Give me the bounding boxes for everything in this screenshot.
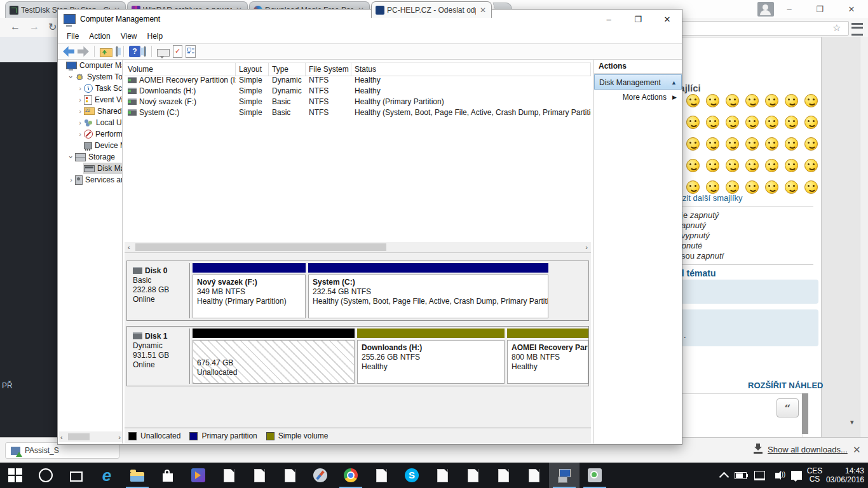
- smiley-icon[interactable]: [706, 94, 719, 107]
- tab-close-icon[interactable]: ✕: [478, 6, 487, 15]
- smiley-icon[interactable]: [785, 159, 798, 172]
- show-all-downloads-link[interactable]: Show all downloads...: [768, 445, 848, 454]
- sidebar-item-shared-folders[interactable]: ›Shared Folders: [59, 105, 122, 117]
- tray-battery-icon[interactable]: [732, 463, 749, 488]
- smiley-icon[interactable]: [745, 180, 759, 194]
- help-icon[interactable]: ?: [129, 46, 140, 57]
- chevron-down-icon[interactable]: ›: [67, 74, 75, 80]
- smiley-icon[interactable]: [726, 116, 739, 129]
- minimize-button[interactable]: –: [594, 10, 623, 29]
- show-console-tree-button[interactable]: [116, 46, 118, 57]
- smiley-icon[interactable]: [706, 180, 719, 194]
- table-row[interactable]: Downloands (H:)SimpleDynamicNTFSHealthy: [125, 86, 591, 97]
- partition-downloands-h-[interactable]: Downloands (H:)255.26 GB NTFSHealthy: [357, 329, 505, 384]
- browser-menu-icon[interactable]: [851, 23, 863, 36]
- smiley-icon[interactable]: [726, 180, 739, 194]
- smiley-icon[interactable]: [804, 137, 818, 151]
- taskbar-item-computer-management[interactable]: [549, 463, 580, 488]
- smiley-icon[interactable]: [686, 116, 700, 129]
- chevron-right-icon[interactable]: ›: [77, 130, 83, 138]
- smiley-icon[interactable]: [706, 137, 719, 151]
- sidebar-item-performance[interactable]: ›Performance: [59, 128, 122, 140]
- smiley-icon[interactable]: [804, 116, 818, 129]
- taskbar-item-testdisk[interactable]: [580, 463, 610, 488]
- taskbar-item-document[interactable]: [244, 463, 275, 488]
- smiley-icon[interactable]: [785, 116, 798, 129]
- taskbar-item-media-player[interactable]: [183, 463, 214, 488]
- browser-close-button[interactable]: ✕: [836, 0, 867, 18]
- tree-horizontal-scrollbar[interactable]: ‹ ›: [59, 431, 122, 442]
- partition-unallocated[interactable]: 675.47 GBUnallocated: [193, 329, 355, 384]
- scroll-left-icon[interactable]: ‹: [60, 433, 63, 441]
- back-icon[interactable]: [63, 46, 74, 57]
- partition-nov-svazek-f-[interactable]: Nový svazek (F:)349 MB NTFSHealthy (Prim…: [193, 263, 306, 318]
- scroll-left-icon[interactable]: ‹: [125, 243, 133, 251]
- smiley-icon[interactable]: [804, 94, 818, 107]
- menu-item-file[interactable]: File: [62, 30, 84, 43]
- refresh-icon[interactable]: ↻: [48, 21, 57, 33]
- sidebar-item-services-and-app[interactable]: ›Services and App: [59, 174, 122, 186]
- taskbar-item-store[interactable]: [153, 463, 183, 488]
- disk-label[interactable]: Disk 0Basic232.88 GBOnline: [128, 263, 190, 318]
- title-bar[interactable]: Computer Management: [58, 10, 682, 29]
- column-header-volume[interactable]: Volume: [125, 63, 236, 76]
- partition-system-c-[interactable]: System (C:)232.54 GB NTFSHealthy (System…: [308, 263, 548, 318]
- taskbar-item-cortana[interactable]: [31, 463, 61, 488]
- sidebar-item-computer-management[interactable]: Computer Management: [59, 60, 122, 71]
- menu-item-view[interactable]: View: [116, 30, 142, 43]
- forward-icon[interactable]: [78, 46, 89, 57]
- sidebar-item-task-scheduler[interactable]: ›Task Scheduler: [59, 83, 122, 94]
- smiley-icon[interactable]: [706, 116, 719, 129]
- chevron-right-icon[interactable]: ›: [77, 119, 83, 126]
- smiley-icon[interactable]: [745, 116, 759, 129]
- back-icon[interactable]: ←: [10, 21, 20, 32]
- sidebar-item-storage[interactable]: ›Storage: [59, 151, 122, 163]
- disk-label[interactable]: Disk 1Dynamic931.51 GBOnline: [128, 329, 190, 384]
- chevron-right-icon[interactable]: ›: [77, 85, 83, 92]
- expand-preview-link[interactable]: ROZŠÍŘIT NÁHLED: [748, 381, 823, 390]
- chevron-down-icon[interactable]: ›: [67, 154, 75, 160]
- smiley-icon[interactable]: [765, 137, 778, 151]
- smiley-icon[interactable]: [765, 116, 778, 129]
- scroll-right-icon[interactable]: ›: [118, 433, 121, 441]
- smiley-icon[interactable]: [804, 180, 818, 194]
- sidebar-item-disk-management[interactable]: Disk Management: [59, 163, 122, 174]
- popup-icon[interactable]: [157, 49, 170, 57]
- smiley-icon[interactable]: [726, 94, 739, 107]
- smiley-icon[interactable]: [745, 94, 759, 107]
- smiley-icon[interactable]: [706, 159, 719, 172]
- table-row[interactable]: Nový svazek (F:)SimpleBasicNTFSHealthy (…: [125, 97, 591, 107]
- editor-scrollbar-thumb[interactable]: [802, 393, 808, 434]
- taskbar-item-chrome[interactable]: [336, 463, 366, 488]
- smiley-icon[interactable]: [726, 137, 739, 151]
- more-actions-item[interactable]: More Actions ▶: [594, 90, 682, 105]
- smiley-icon[interactable]: [765, 159, 778, 172]
- show-action-pane-button[interactable]: [144, 46, 146, 57]
- taskbar-item-document[interactable]: [519, 463, 549, 488]
- smiley-icon[interactable]: [785, 94, 798, 107]
- browser-maximize-button[interactable]: ❐: [804, 0, 835, 18]
- menu-item-help[interactable]: Help: [142, 30, 168, 43]
- taskbar-item-skype[interactable]: S: [397, 463, 427, 488]
- forward-icon[interactable]: →: [29, 21, 39, 32]
- taskbar-item-document[interactable]: [427, 463, 458, 488]
- column-header-file-system[interactable]: File System: [306, 63, 351, 76]
- collapse-icon[interactable]: ▲: [671, 75, 677, 90]
- column-header-type[interactable]: Type: [269, 63, 306, 76]
- browser-scrollbar[interactable]: [860, 37, 868, 438]
- list-horizontal-scrollbar[interactable]: ‹ ›: [125, 242, 591, 252]
- smiley-icon[interactable]: [765, 94, 778, 107]
- partition-aomei-recovery-partition-i-[interactable]: AOMEI Recovery Partition (I:)800 MB NTFS…: [507, 329, 588, 384]
- column-header-layout[interactable]: Layout: [236, 63, 269, 76]
- smiley-icon[interactable]: [804, 159, 818, 172]
- smiley-icon[interactable]: [745, 159, 759, 172]
- smiley-icon[interactable]: [686, 180, 700, 194]
- properties-icon[interactable]: [186, 45, 196, 58]
- chevron-right-icon[interactable]: ›: [77, 96, 83, 104]
- address-bar[interactable]: [679, 21, 849, 36]
- table-row[interactable]: AOMEI Recovery Partition (I:)SimpleDynam…: [125, 75, 591, 86]
- taskbar-item-document[interactable]: [366, 463, 397, 488]
- table-row[interactable]: System (C:)SimpleBasicNTFSHealthy (Syste…: [125, 107, 591, 118]
- scrollbar-thumb[interactable]: [68, 433, 90, 440]
- clock[interactable]: 14:4303/06/2016: [826, 463, 864, 488]
